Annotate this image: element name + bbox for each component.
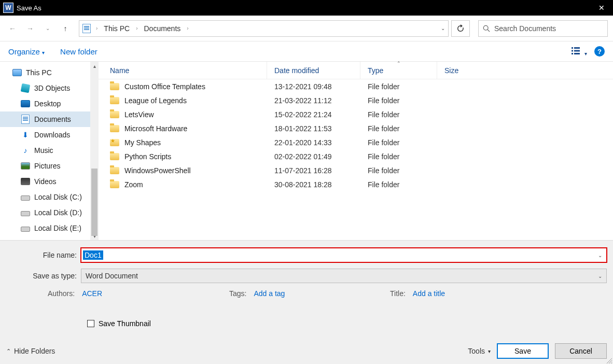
tree-item-this-pc[interactable]: This PC [0, 65, 99, 80]
forward-button[interactable]: → [23, 21, 37, 36]
file-list: Name Date modified ⌃Type Size Custom Off… [99, 62, 613, 240]
sort-indicator-icon: ⌃ [397, 61, 401, 66]
title-value[interactable]: Add a title [413, 289, 445, 298]
scroll-thumb[interactable] [91, 169, 97, 236]
hide-folders-button[interactable]: ⌃ Hide Folders [6, 347, 55, 355]
cancel-button[interactable]: Cancel [555, 343, 607, 359]
save-panel: File name: Doc1 ⌄ Save as type: Word Doc… [0, 240, 613, 364]
file-row[interactable]: League of Legends21-03-2022 11:12File fo… [99, 93, 613, 107]
search-input[interactable]: Search Documents [478, 20, 608, 37]
file-type: File folder [360, 180, 437, 189]
tree-item-downloads[interactable]: ⬇Downloads [0, 127, 99, 143]
chevron-right-icon[interactable]: › [94, 25, 100, 31]
filename-input[interactable]: Doc1 ⌄ [81, 248, 607, 262]
save-button[interactable]: Save [497, 343, 549, 359]
toolbar: Organize ▾ New folder ▾ ? [0, 41, 613, 61]
file-name: League of Legends [124, 96, 187, 105]
tree-item-documents[interactable]: Documents [0, 111, 99, 127]
tree-item-pictures[interactable]: Pictures [0, 158, 99, 174]
tools-menu[interactable]: Tools ▾ [468, 347, 491, 355]
file-name: Python Scripts [124, 152, 171, 161]
file-type: File folder [360, 138, 437, 147]
refresh-icon [456, 24, 465, 33]
column-date[interactable]: Date modified [267, 62, 360, 79]
doc-icon [21, 115, 30, 124]
type-dropdown-icon[interactable]: ⌄ [598, 273, 602, 279]
file-row[interactable]: Custom Office Templates13-12-2021 09:48F… [99, 79, 613, 93]
tree-item-music[interactable]: ♪Music [0, 143, 99, 158]
scroll-up-icon[interactable]: ▴ [90, 62, 99, 70]
file-row[interactable]: Python Scripts02-02-2022 01:49File folde… [99, 149, 613, 163]
tree-item-label: Downloads [34, 131, 70, 139]
title-label: Title: [390, 289, 406, 298]
tree-item-label: This PC [26, 68, 52, 77]
resize-grip[interactable] [606, 357, 612, 363]
save-thumbnail-label[interactable]: Save Thumbnail [99, 319, 151, 328]
tree-item-label: Pictures [34, 162, 61, 170]
tree-item-local-disk-c-[interactable]: Local Disk (C:) [0, 189, 99, 205]
up-button[interactable]: ↑ [58, 21, 73, 36]
search-icon [483, 25, 490, 32]
organize-menu[interactable]: Organize ▾ [8, 47, 45, 56]
tree-item-local-disk-e-[interactable]: Local Disk (E:) [0, 220, 99, 236]
address-dropdown[interactable]: ⌄ [441, 25, 445, 31]
tree-item-label: Music [34, 146, 53, 155]
file-name: WindowsPowerShell [124, 166, 191, 175]
save-thumbnail-checkbox[interactable] [87, 320, 94, 327]
file-name: Zoom [124, 180, 143, 189]
tree-item-label: Desktop [34, 100, 61, 108]
close-button[interactable]: ✕ [590, 0, 613, 16]
file-row[interactable]: Microsoft Hardware18-01-2022 11:53File f… [99, 121, 613, 135]
chevron-right-icon[interactable]: › [185, 25, 190, 31]
column-name[interactable]: Name [99, 62, 267, 79]
file-type: File folder [360, 152, 437, 161]
chevron-right-icon[interactable]: › [134, 25, 140, 31]
new-folder-button[interactable]: New folder [60, 47, 97, 56]
folder-icon [110, 181, 119, 188]
column-type[interactable]: ⌃Type [360, 62, 437, 79]
tree-item-local-disk-d-[interactable]: Local Disk (D:) [0, 205, 99, 220]
tree-item-desktop[interactable]: Desktop [0, 96, 99, 111]
breadcrumb-this-pc[interactable]: This PC [103, 24, 131, 33]
file-date: 18-01-2022 11:53 [267, 124, 360, 133]
tree-item-label: Local Disk (E:) [34, 224, 81, 232]
pc-icon [12, 68, 22, 77]
tree-item-label: Local Disk (C:) [34, 193, 82, 201]
file-row[interactable]: Zoom30-08-2021 18:28File folder [99, 177, 613, 191]
svg-rect-2 [572, 47, 573, 49]
file-name: LetsView [124, 110, 154, 119]
pic-icon [21, 161, 30, 171]
refresh-button[interactable] [451, 20, 470, 37]
folder-icon [110, 97, 119, 104]
file-row[interactable]: My Shapes22-01-2020 14:33File folder [99, 135, 613, 149]
file-type: File folder [360, 110, 437, 119]
svg-rect-6 [572, 53, 573, 54]
disk-icon [21, 223, 30, 233]
back-button[interactable]: ← [5, 21, 20, 36]
view-options-button[interactable]: ▾ [571, 46, 587, 57]
history-dropdown[interactable]: ⌄ [40, 21, 55, 36]
svg-line-1 [487, 30, 490, 32]
address-bar[interactable]: › This PC › Documents › ⌄ [79, 20, 449, 37]
location-icon [82, 24, 91, 33]
video-icon [21, 177, 30, 186]
help-button[interactable]: ? [594, 46, 605, 57]
file-row[interactable]: WindowsPowerShell11-07-2021 16:28File fo… [99, 163, 613, 177]
tree-item-label: Local Disk (D:) [34, 208, 82, 217]
svg-rect-5 [574, 50, 580, 51]
breadcrumb-documents[interactable]: Documents [143, 24, 182, 33]
sidebar-scrollbar[interactable]: ▴ ▾ [90, 62, 99, 240]
file-row[interactable]: LetsView15-02-2022 21:24File folder [99, 107, 613, 121]
navigation-tree: This PC3D ObjectsDesktopDocuments⬇Downlo… [0, 62, 99, 240]
tags-value[interactable]: Add a tag [254, 289, 285, 298]
tree-item-videos[interactable]: Videos [0, 174, 99, 189]
obj3d-icon [21, 83, 30, 93]
folder-icon [110, 153, 119, 160]
music-icon: ♪ [21, 146, 30, 155]
authors-value[interactable]: ACER [82, 289, 102, 298]
type-value: Word Document [86, 272, 138, 280]
column-size[interactable]: Size [437, 62, 458, 79]
filename-dropdown-icon[interactable]: ⌄ [594, 253, 606, 258]
tree-item-3d-objects[interactable]: 3D Objects [0, 80, 99, 96]
type-select[interactable]: Word Document ⌄ [81, 269, 607, 283]
